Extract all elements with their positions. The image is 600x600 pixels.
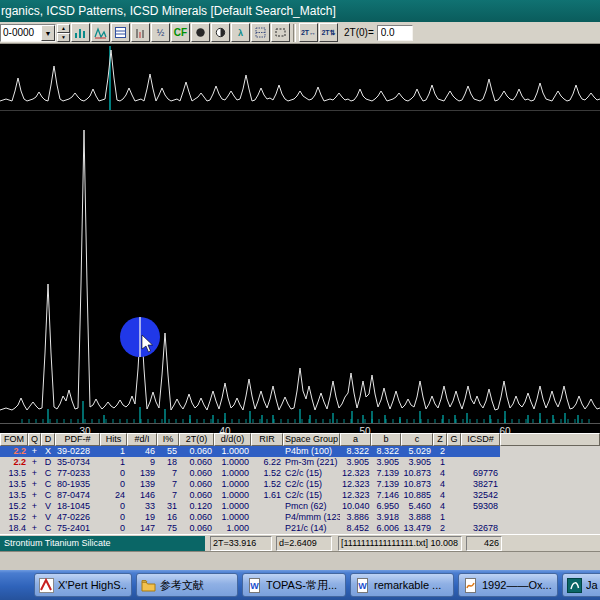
toolbar-separator: [293, 24, 296, 42]
column-header[interactable]: b: [371, 433, 401, 446]
pdf-icon: [463, 578, 478, 593]
table-cell: 0.060: [179, 512, 214, 523]
table-cell: 10.873: [401, 479, 433, 490]
table-cell: 0: [100, 501, 127, 512]
table-row[interactable]: 2.2+X39-0228146550.0601.0000P4bm (100)8.…: [0, 446, 600, 457]
half-circle-icon: [214, 26, 227, 39]
pdf-number-combo[interactable]: 0-0000 ▼: [0, 24, 56, 42]
two-theta-zero-icon: 2T⇅: [321, 29, 335, 37]
scale-intensity-button[interactable]: ½: [151, 23, 170, 42]
table-cell: 87-0474: [55, 490, 100, 501]
column-header[interactable]: c: [401, 433, 433, 446]
taskbar-button[interactable]: Wremarkable ...: [350, 573, 454, 597]
two-theta-shift-button[interactable]: 2T↔: [299, 23, 318, 42]
table-row[interactable]: 13.5+C80-1935013970.0601.00001.52C2/c (1…: [0, 479, 600, 490]
table-cell: 3.886: [340, 512, 371, 523]
spinner-down-icon[interactable]: ▼: [57, 33, 70, 42]
table-cell: 7.146: [371, 490, 401, 501]
table-cell: 0.060: [179, 457, 214, 468]
table-cell: +: [28, 446, 41, 457]
taskbar-button-label: TOPAS-常用...: [266, 578, 337, 593]
column-header[interactable]: G: [447, 433, 461, 446]
table-cell: P4bm (100): [283, 446, 340, 457]
two-theta-zero-input[interactable]: [377, 25, 413, 41]
table-cell: 7.139: [371, 468, 401, 479]
title-bar[interactable]: rganics, ICSD Patterns, ICSD Minerals [D…: [0, 0, 600, 22]
column-header[interactable]: FOM: [0, 433, 28, 446]
table-cell: 0.120: [179, 501, 214, 512]
column-header[interactable]: ICSD#: [461, 433, 500, 446]
file-readout: [1111111111111111.txt] 10.008: [338, 536, 462, 551]
column-header[interactable]: D: [41, 433, 55, 446]
table-row[interactable]: 15.2+V47-0226019160.0601.0000P4/mmm (123…: [0, 512, 600, 523]
column-header[interactable]: 2T(0): [179, 433, 214, 446]
table-cell: 1.52: [251, 468, 283, 479]
table-cell: 0: [100, 468, 127, 479]
table-cell: 13.5: [0, 479, 28, 490]
table-cell: P21/c (14): [283, 523, 340, 534]
stick-pattern-button[interactable]: [131, 23, 150, 42]
column-header[interactable]: I%: [157, 433, 179, 446]
wavelength-button[interactable]: λ: [231, 23, 250, 42]
column-header[interactable]: a: [340, 433, 371, 446]
grid-button[interactable]: [251, 23, 270, 42]
table-cell: 6.22: [251, 457, 283, 468]
table-row[interactable]: 15.2+V18-1045033310.1201.0000Pmcn (62)10…: [0, 501, 600, 512]
solid-circle-button[interactable]: [191, 23, 210, 42]
table-row[interactable]: 18.4+C75-24010147750.0601.000P21/c (14)8…: [0, 523, 600, 534]
marquee-zoom-button[interactable]: [271, 23, 290, 42]
table-cell: [251, 512, 283, 523]
main-plot[interactable]: 30405060: [0, 111, 600, 433]
table-cell: 0.060: [179, 479, 214, 490]
pattern-window-button[interactable]: [71, 23, 90, 42]
half-circle-button[interactable]: [211, 23, 230, 42]
column-header[interactable]: d/d(0): [214, 433, 251, 446]
x-axis-tick-label: 40: [219, 426, 231, 433]
column-header[interactable]: #d/I: [127, 433, 157, 446]
diffraction-trace: [0, 50, 600, 101]
results-table[interactable]: 2.2+X39-0228146550.0601.0000P4bm (100)8.…: [0, 446, 600, 534]
column-header[interactable]: Hits: [100, 433, 127, 446]
table-cell: 13.5: [0, 490, 28, 501]
column-header[interactable]: PDF-#: [55, 433, 100, 446]
table-cell: +: [28, 501, 41, 512]
table-cell: 59308: [461, 501, 500, 512]
cf-button[interactable]: CF: [171, 23, 190, 42]
folder-icon: [141, 578, 156, 593]
table-cell: [447, 490, 461, 501]
table-row[interactable]: 2.2+D35-073419180.0601.00006.22Pm-3m (22…: [0, 457, 600, 468]
taskbar-button[interactable]: X'Pert HighS...: [34, 573, 132, 597]
table-cell: [461, 446, 500, 457]
combo-dropdown-arrow[interactable]: ▼: [41, 25, 55, 41]
column-header[interactable]: Z: [433, 433, 447, 446]
table-cell: 1.0000: [214, 490, 251, 501]
column-header[interactable]: Space Group: [283, 433, 340, 446]
table-cell: 1: [433, 512, 447, 523]
column-header[interactable]: Q: [28, 433, 41, 446]
spinner-up-icon[interactable]: ▲: [57, 24, 70, 33]
column-header[interactable]: RIR: [251, 433, 283, 446]
table-row[interactable]: 13.5+C87-04742414670.0601.00001.61C2/c (…: [0, 490, 600, 501]
overlay-pattern-button[interactable]: [91, 23, 110, 42]
table-cell: 1.0000: [214, 446, 251, 457]
two-theta-zero-button[interactable]: 2T⇅: [319, 23, 338, 42]
table-cell: 8.322: [340, 446, 371, 457]
table-cell: 47-0226: [55, 512, 100, 523]
table-cell: [461, 457, 500, 468]
table-cell: 18-1045: [55, 501, 100, 512]
taskbar-button[interactable]: Ja: [562, 573, 600, 597]
table-cell: 0: [100, 479, 127, 490]
overview-plot[interactable]: [0, 44, 600, 111]
pdf-number-spinner[interactable]: ▲▼: [57, 24, 70, 42]
table-row[interactable]: 13.5+C77-0233013970.0601.00001.52C2/c (1…: [0, 468, 600, 479]
table-cell: 8.322: [371, 446, 401, 457]
taskbar-button[interactable]: 1992——Ox...: [458, 573, 558, 597]
taskbar-button-label: Ja: [586, 579, 598, 591]
table-cell: 0.060: [179, 446, 214, 457]
jade-icon: [567, 578, 582, 593]
table-cell: 7: [157, 479, 179, 490]
taskbar-button[interactable]: WTOPAS-常用...: [242, 573, 346, 597]
pdf-card-button[interactable]: [111, 23, 130, 42]
bar-chart-icon: [74, 26, 87, 39]
taskbar-button[interactable]: 参考文献: [136, 573, 238, 597]
